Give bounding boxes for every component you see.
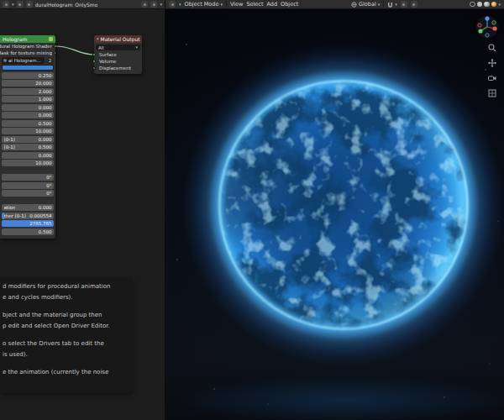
orientation-selector[interactable]: Global ▾	[351, 1, 380, 8]
mode-label: Object Mode	[185, 1, 219, 8]
node-slider[interactable]: 0.500	[2, 228, 54, 235]
slider-value: 0.500	[39, 229, 52, 234]
axis-neg-y-handle[interactable]	[492, 21, 496, 24]
axis-neg-z-handle[interactable]	[486, 34, 489, 37]
overlay-options-icon[interactable]	[411, 1, 417, 8]
node-slider[interactable]: 2.000	[2, 88, 54, 95]
axis-x-handle[interactable]	[492, 26, 496, 30]
viewport-tools	[488, 44, 496, 97]
editor-type-icon[interactable]	[3, 1, 9, 8]
material-preview-icon[interactable]	[484, 2, 490, 8]
blender-window: ▾ duralHologram_OnlySmo ▾ Hologram Proce…	[0, 0, 504, 420]
slider-value: 2785.765	[29, 221, 51, 226]
slot-icon[interactable]	[17, 1, 24, 8]
color-field[interactable]	[2, 65, 54, 71]
node-slider[interactable]: 0.000	[2, 104, 54, 111]
slider-value: 0°	[46, 183, 51, 188]
material-output-header[interactable]: ▾ Material Output	[94, 35, 142, 43]
shader-output-socket[interactable]	[54, 45, 55, 48]
volume-input-socket[interactable]	[92, 60, 96, 63]
note-line: o select the Drivers tab to edit the	[3, 340, 129, 351]
toggle-ortho-icon[interactable]	[488, 89, 496, 97]
rendered-scene[interactable]	[165, 9, 504, 420]
surface-input-socket[interactable]	[92, 53, 96, 56]
target-dropdown[interactable]: All ▾	[96, 45, 140, 50]
slider-value: 20.000	[35, 81, 51, 86]
chevron-down-icon: ▾	[220, 3, 223, 7]
chevron-down-icon[interactable]: ▾	[12, 3, 14, 7]
menu-view[interactable]: View	[230, 1, 243, 8]
collapse-icon[interactable]: ▾	[97, 37, 99, 41]
chevron-down-icon[interactable]: ▾	[498, 3, 501, 7]
user-count-badge[interactable]: 2	[46, 57, 54, 64]
surface-input-row: Surface	[94, 51, 142, 58]
displacement-input-socket[interactable]	[92, 66, 96, 70]
snap-toggle[interactable]: ▾	[387, 2, 397, 8]
node-tree-selector[interactable]: al Hologram...	[2, 57, 45, 64]
editor-type-icon[interactable]	[169, 1, 176, 8]
node-canvas[interactable]: Hologram Procedural Hologram Shader Mask…	[0, 9, 165, 420]
node-slider[interactable]: (0-1) 0.000	[2, 136, 54, 143]
menu-add[interactable]: Add	[266, 1, 277, 8]
slider-value: 0°	[46, 191, 51, 196]
node-slider[interactable]: ation 0.000	[2, 204, 54, 211]
move-view-icon[interactable]	[488, 59, 496, 67]
output-label: Procedural Hologram Shader	[0, 44, 52, 49]
note-line: is used).	[3, 351, 129, 362]
material-sphere-icon[interactable]	[26, 1, 33, 8]
instructions-note: d modifiers for procedural animation e a…	[0, 277, 132, 393]
hologram-node-header[interactable]: Hologram	[0, 35, 55, 43]
node-slider[interactable]: 10.000	[2, 128, 54, 134]
snapping-icon[interactable]	[150, 1, 157, 8]
shading-mode-group: ▾	[470, 2, 501, 8]
slider-value: 0.500	[39, 144, 52, 150]
material-datablock-name[interactable]: duralHologram_OnlySmo	[35, 2, 98, 8]
pin-icon[interactable]	[141, 1, 148, 8]
node-slider[interactable]: ther (0-1) 0.000554	[2, 213, 54, 219]
input-label: Displacement	[99, 66, 131, 71]
rendered-shading-icon[interactable]	[491, 2, 497, 8]
node-slider[interactable]: (0-1) 0.500	[2, 144, 54, 150]
navigation-gizmo[interactable]	[475, 15, 499, 39]
menu-select[interactable]: Select	[246, 1, 263, 8]
slider-value: 0.250	[39, 73, 52, 78]
mask-output-socket[interactable]	[54, 51, 55, 55]
axis-neg-x-handle[interactable]	[478, 24, 481, 27]
menu-object[interactable]: Object	[281, 1, 298, 8]
zoom-tool-icon[interactable]	[488, 44, 496, 52]
viewport-3d[interactable]: ▾ Object Mode ▾ View Select Add Object G…	[165, 0, 504, 420]
slider-label: (0-1)	[4, 137, 15, 142]
node-slider[interactable]: 0.000	[2, 152, 54, 159]
node-slider[interactable]: 1.000	[2, 96, 54, 102]
orientation-label: Global	[359, 1, 376, 8]
solid-shading-icon[interactable]	[477, 2, 483, 8]
slider-value: 0.000	[39, 113, 52, 118]
chevron-down-icon[interactable]: ▾	[179, 3, 181, 7]
proportional-edit-icon[interactable]	[401, 1, 407, 8]
slider-label: ther (0-1)	[4, 213, 26, 218]
axis-y-handle[interactable]	[478, 29, 482, 33]
separator	[226, 1, 227, 8]
hologram-planet[interactable]	[182, 44, 504, 366]
chevron-down-icon[interactable]: ▾	[160, 3, 162, 7]
node-slider[interactable]: 0.500	[2, 120, 54, 127]
node-slider[interactable]: 20.000	[2, 80, 54, 87]
rotation-y-slider[interactable]: 0°	[2, 182, 54, 189]
axis-z-handle[interactable]	[485, 16, 489, 20]
rotation-z-slider[interactable]: 0°	[2, 190, 54, 197]
mode-selector[interactable]: Object Mode ▾	[185, 1, 223, 8]
hologram-group-node[interactable]: Hologram Procedural Hologram Shader Mask…	[0, 35, 55, 239]
material-output-node[interactable]: ▾ Material Output All ▾ Surface Volume	[94, 35, 142, 74]
note-gap	[3, 333, 129, 340]
displacement-input-row: Displacement	[94, 65, 142, 71]
rotation-x-slider[interactable]: 0°	[2, 174, 54, 181]
camera-view-icon[interactable]	[488, 74, 496, 82]
node-slider[interactable]: 2785.765	[2, 220, 54, 227]
wireframe-shading-icon[interactable]	[470, 2, 475, 8]
node-slider[interactable]: 10.000	[2, 160, 54, 166]
note-line: e the animation (currently the noise	[3, 369, 129, 380]
node-slider[interactable]: 0.250	[2, 72, 54, 79]
note-line: bject and the material group then	[3, 312, 129, 323]
node-section-gap	[0, 198, 55, 203]
node-slider[interactable]: 0.000	[2, 112, 54, 118]
